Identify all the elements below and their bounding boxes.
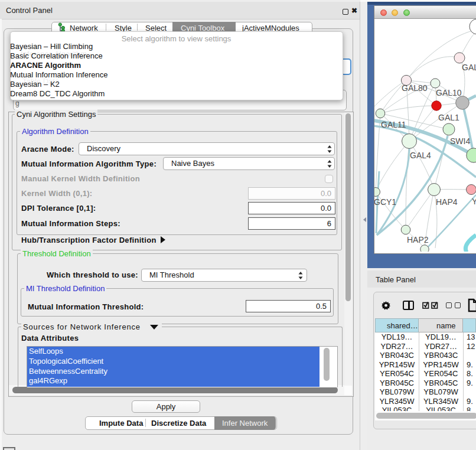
svg-text:SWI4: SWI4 [450,136,470,146]
svg-text:GAL80: GAL80 [402,83,428,93]
svg-text:GAL4: GAL4 [410,151,431,160]
svg-text:GAL1: GAL1 [438,113,459,122]
svg-text:GCY1: GCY1 [374,197,396,207]
svg-text:GAL7: GAL7 [462,63,476,72]
svg-text:HAP2: HAP2 [407,235,429,244]
svg-text:HAP4: HAP4 [436,197,458,207]
svg-text:YJ: YJ [472,197,476,206]
svg-text:GAL10: GAL10 [436,88,462,97]
svg-text:GAL11: GAL11 [381,120,406,129]
